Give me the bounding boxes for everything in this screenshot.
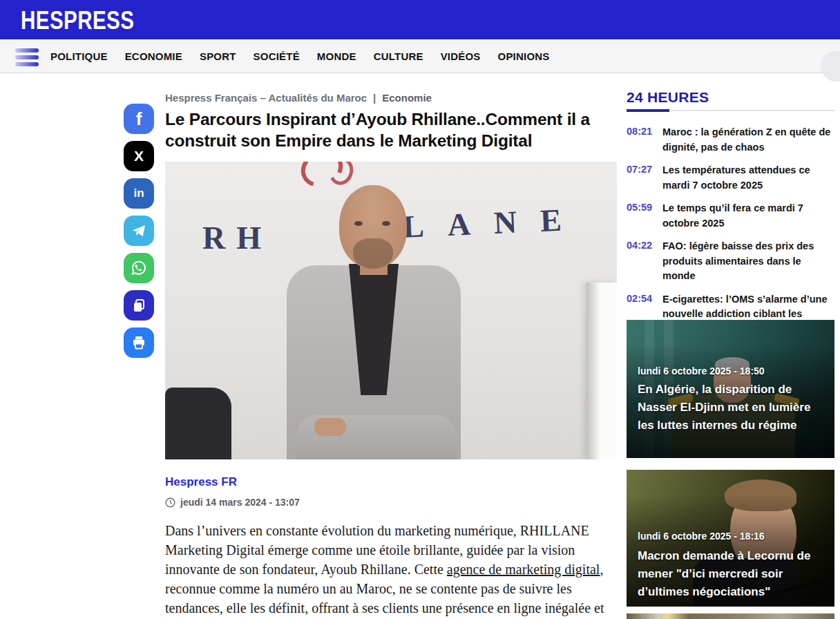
sidebar-heading-24-heures: 24 HEURES — [627, 89, 709, 106]
item-title[interactable]: Les températures attendues ce mardi 7 oc… — [662, 163, 834, 193]
print-button[interactable] — [124, 327, 154, 358]
publish-date: jeudi 14 mars 2024 - 13:07 — [180, 497, 300, 508]
agency-link[interactable]: agence de marketing digital — [447, 562, 600, 577]
top-bar: HESPRESS — [0, 0, 840, 39]
card-title[interactable]: En Algérie, la disparition de Nasser El-… — [638, 381, 825, 435]
card-date: lundi 6 octobre 2025 - 18:16 — [638, 531, 765, 542]
article-body: Dans l’univers en constante évolution du… — [165, 521, 617, 619]
article-title: Le Parcours Inspirant d’Ayoub Rhillane..… — [165, 108, 617, 151]
copy-link-icon — [131, 297, 147, 314]
photo-wall-text-right: LANE — [402, 200, 586, 245]
share-column: f X in — [124, 104, 154, 358]
sidebar-card-next[interactable] — [627, 613, 834, 619]
card-title[interactable]: Macron demande à Lecornu de mener "d’ici… — [638, 547, 825, 601]
search-button[interactable] — [821, 51, 840, 82]
breadcrumb-separator: | — [373, 92, 376, 104]
nav-list: POLITIQUE ECONOMIE SPORT SOCIÉTÉ MONDE C… — [50, 39, 550, 73]
hespress-logo[interactable]: HESPRESS — [21, 6, 134, 35]
hespress-page: HESPRESS POLITIQUE ECONOMIE SPORT SOCIÉT… — [0, 0, 840, 619]
nav-item-societe[interactable]: SOCIÉTÉ — [254, 50, 300, 62]
sidebar-card-algerie[interactable]: lundi 6 octobre 2025 - 18:50 En Algérie,… — [627, 320, 834, 458]
menu-icon[interactable] — [15, 48, 39, 69]
author-link[interactable]: Hespress FR — [165, 475, 617, 489]
telegram-share-button[interactable] — [124, 216, 154, 246]
article: Hespress Français – Actualités du Maroc|… — [165, 92, 617, 619]
sidebar-card-macron[interactable]: lundi 6 octobre 2025 - 18:16 Macron dema… — [627, 470, 834, 607]
nav-item-sport[interactable]: SPORT — [200, 50, 236, 62]
linkedin-icon: in — [133, 187, 144, 200]
article-image: RH LANE — [165, 162, 617, 459]
copy-link-button[interactable] — [124, 290, 154, 321]
photo-chair — [165, 388, 231, 459]
photo-person-hand — [314, 418, 346, 436]
card-date: lundi 6 octobre 2025 - 18:50 — [638, 365, 765, 377]
x-twitter-icon: X — [134, 148, 144, 164]
clock-icon — [165, 497, 175, 508]
nav-item-monde[interactable]: MONDE — [317, 50, 356, 62]
item-time: 05:59 — [627, 201, 655, 231]
photo-monitor — [586, 283, 617, 459]
article-dateline: jeudi 14 mars 2024 - 13:07 — [165, 497, 617, 508]
facebook-icon: f — [136, 108, 142, 130]
list-item[interactable]: 05:59 Le temps qu’il fera ce mardi 7 oct… — [627, 201, 834, 231]
item-time: 08:21 — [627, 125, 655, 155]
item-title[interactable]: FAO: légère baisse des prix des produits… — [662, 239, 834, 284]
item-time: 07:27 — [627, 163, 655, 193]
nav-item-videos[interactable]: VIDÉOS — [441, 50, 481, 62]
breadcrumb-site[interactable]: Hespress Français – Actualités du Maroc — [165, 92, 367, 104]
item-title[interactable]: Maroc : la génération Z en quête de dign… — [662, 125, 834, 155]
item-time: 04:22 — [627, 239, 655, 284]
list-item[interactable]: 07:27 Les températures attendues ce mard… — [627, 163, 834, 193]
photo-wall-text-left: RH — [202, 220, 272, 256]
linkedin-share-button[interactable]: in — [124, 178, 154, 209]
main-nav: POLITIQUE ECONOMIE SPORT SOCIÉTÉ MONDE C… — [0, 39, 840, 73]
whatsapp-share-button[interactable] — [124, 253, 154, 283]
list-item[interactable]: 04:22 FAO: légère baisse des prix des pr… — [627, 239, 834, 284]
print-icon — [131, 334, 147, 351]
nav-item-culture[interactable]: CULTURE — [374, 50, 423, 62]
photo-person-head — [339, 185, 407, 268]
breadcrumb-section[interactable]: Economie — [382, 92, 432, 104]
breadcrumb: Hespress Français – Actualités du Maroc|… — [165, 92, 617, 104]
whatsapp-icon — [130, 259, 148, 277]
sidebar-heading-rule — [627, 110, 834, 111]
x-share-button[interactable]: X — [124, 141, 154, 171]
facebook-share-button[interactable]: f — [124, 104, 154, 134]
telegram-icon — [131, 222, 147, 239]
list-item[interactable]: 08:21 Maroc : la génération Z en quête d… — [627, 125, 834, 155]
nav-item-opinions[interactable]: OPINIONS — [498, 50, 550, 62]
nav-item-economie[interactable]: ECONOMIE — [125, 50, 182, 62]
item-title[interactable]: Le temps qu’il fera ce mardi 7 octobre 2… — [662, 201, 834, 231]
nav-item-politique[interactable]: POLITIQUE — [50, 50, 108, 62]
